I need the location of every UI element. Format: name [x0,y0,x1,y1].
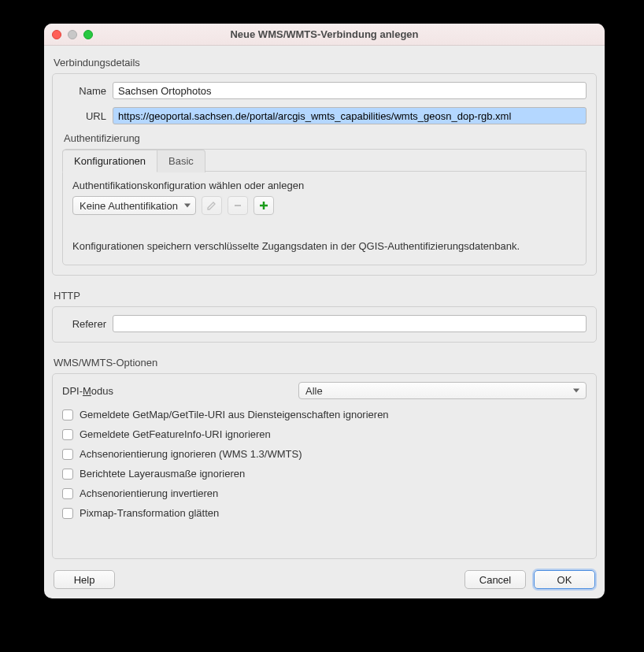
referer-label: Referer [62,318,106,330]
auth-config-value: Keine Authentifikation [80,200,178,212]
auth-prompt: Authentifikationskonfiguration wählen od… [72,180,576,191]
auth-panel: Konfigurationen Basic Authentifikationsk… [62,149,587,265]
auth-tab-content: Authentifikationskonfiguration wählen od… [63,171,586,265]
dpi-mode-value: Alle [305,385,323,397]
auth-note: Konfigurationen speichern verschlüsselte… [72,240,576,252]
checkbox-ignore-layer-extents[interactable] [62,469,73,480]
checkbox-label: Achsenorientierung ignorieren (WMS 1.3/W… [80,448,302,460]
name-input[interactable] [113,82,587,99]
edit-auth-button[interactable] [202,196,222,215]
checkbox-label: Gemeldete GetFeatureInfo-URI ignorieren [80,428,271,440]
checkbox-label: Berichtete Layerausmaße ignorieren [80,468,245,480]
checkbox-smooth-pixmap[interactable] [62,508,73,519]
ok-button[interactable]: OK [534,570,595,589]
options-panel: DPI-Modus Alle Gemeldete GetMap/GetTile-… [52,373,597,559]
connection-group-label: Verbindungsdetails [54,57,597,69]
http-group-label: HTTP [54,290,597,302]
checkbox-ignore-getfeatureinfo-uri[interactable] [62,429,73,440]
cancel-button[interactable]: Cancel [464,570,526,589]
connection-panel: Name URL Authentifizierung Konfiguration… [52,73,597,276]
checkbox-label: Pixmap-Transformation glätten [80,507,219,519]
add-auth-button[interactable] [254,196,274,215]
options-group-label: WMS/WMTS-Optionen [54,357,597,369]
auth-tabs: Konfigurationen Basic [62,149,586,172]
http-panel: Referer [52,306,597,343]
checkbox-label: Achsenorientierung invertieren [80,487,218,499]
titlebar: Neue WMS/WMTS-Verbindung anlegen [44,24,605,46]
chevron-down-icon [184,204,191,208]
chevron-down-icon [573,389,579,393]
dpi-mode-select[interactable]: Alle [298,382,587,399]
auth-label: Authentifizierung [64,132,587,144]
tab-basic[interactable]: Basic [157,150,205,172]
checkbox-ignore-getmap-uri[interactable] [62,409,73,420]
help-button[interactable]: Help [54,570,115,589]
tab-configurations[interactable]: Konfigurationen [62,150,157,172]
dialog-body: Verbindungsdetails Name URL Authentifizi… [44,46,605,598]
dpi-mode-label: DPI-Modus [62,385,298,397]
auth-config-select[interactable]: Keine Authentifikation [72,196,196,215]
checkbox-invert-axis-orientation[interactable] [62,488,73,499]
name-label: Name [62,85,106,97]
url-input[interactable] [113,107,587,124]
checkbox-label: Gemeldete GetMap/GetTile-URI aus Dienste… [80,409,389,420]
referer-input[interactable] [113,315,587,332]
dialog-window: Neue WMS/WMTS-Verbindung anlegen Verbind… [44,24,605,598]
window-title: Neue WMS/WMTS-Verbindung anlegen [44,28,605,40]
checkbox-ignore-axis-orientation[interactable] [62,449,73,460]
dialog-footer: Help Cancel OK [52,570,597,591]
url-label: URL [62,110,106,122]
remove-auth-button[interactable] [228,196,248,215]
